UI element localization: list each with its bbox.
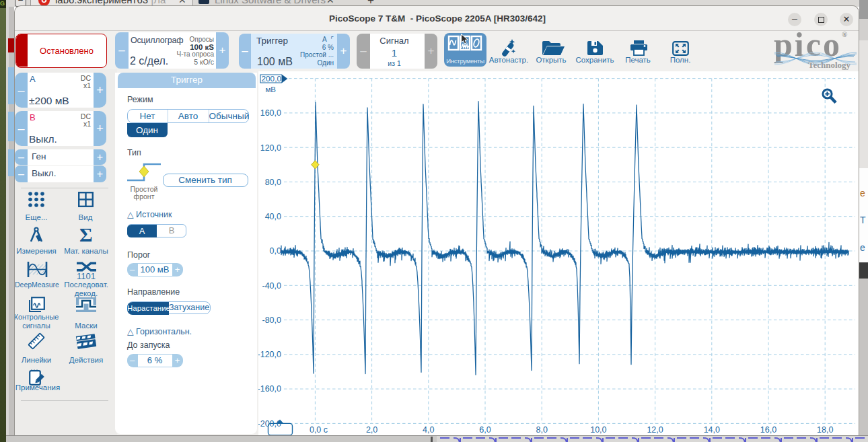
svg-text:0,0 с: 0,0 с (310, 425, 328, 435)
svg-text:-80,0: -80,0 (262, 316, 282, 325)
svg-text:0,0: 0,0 (270, 246, 281, 256)
svg-text:16,0: 16,0 (760, 425, 776, 435)
svg-text:14,0: 14,0 (704, 425, 720, 435)
svg-text:18,0: 18,0 (817, 425, 833, 435)
svg-text:200,0: 200,0 (262, 74, 282, 83)
svg-text:2,0: 2,0 (366, 425, 377, 435)
svg-text:10,0: 10,0 (590, 425, 606, 435)
svg-text:12,0: 12,0 (647, 425, 663, 435)
svg-text:-160,0: -160,0 (258, 384, 281, 394)
svg-text:120,0: 120,0 (260, 143, 281, 153)
svg-text:8,0: 8,0 (536, 425, 548, 435)
svg-text:160,0: 160,0 (260, 108, 281, 118)
svg-text:-120,0: -120,0 (258, 350, 281, 359)
svg-text:40,0: 40,0 (265, 212, 281, 221)
svg-text:мВ: мВ (265, 85, 276, 94)
svg-text:6,0: 6,0 (479, 425, 491, 435)
svg-text:-40,0: -40,0 (262, 281, 282, 291)
svg-text:80,0: 80,0 (265, 178, 281, 187)
svg-text:4,0: 4,0 (423, 425, 434, 435)
